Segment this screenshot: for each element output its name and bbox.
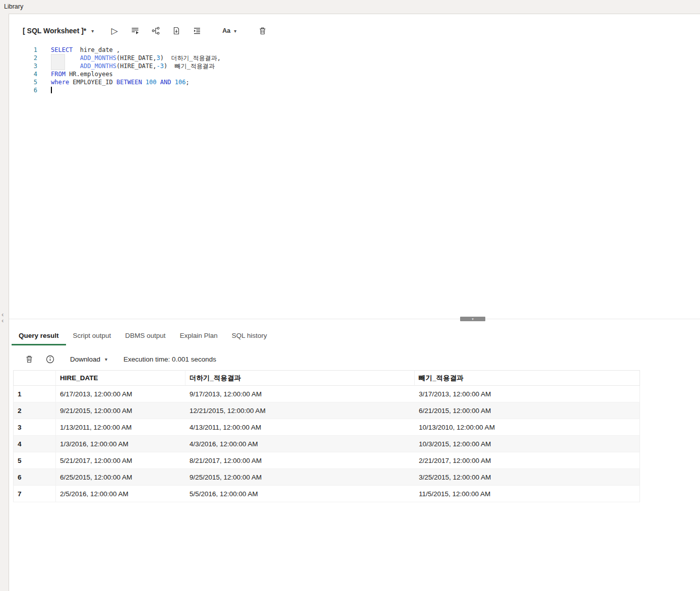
row-number-cell[interactable]: 1 [13,386,56,402]
library-label: Library [4,3,23,10]
run-script-button[interactable] [128,24,143,38]
line-number: 1 [9,46,37,54]
trash-icon [259,27,267,35]
code-line[interactable] [51,86,700,94]
code-line[interactable]: where EMPLOYEE_ID BETWEEN 100 AND 106; [51,78,700,86]
text-cursor [51,87,52,93]
data-cell[interactable]: 4/3/2016, 12:00:00 AM [185,436,415,452]
results-tabs: Query resultScript outputDBMS outputExpl… [9,327,700,345]
data-cell[interactable]: 5/5/2016, 12:00:00 AM [185,486,415,502]
column-header[interactable]: HIRE_DATE [56,370,185,386]
data-cell[interactable]: 6/21/2015, 12:00:00 AM [415,402,640,419]
data-cell[interactable]: 10/13/2010, 12:00:00 AM [415,419,640,436]
table-row[interactable]: 29/21/2015, 12:00:00 AM12/21/2015, 12:00… [13,402,640,419]
code-line[interactable]: ADD_MONTHS(HIRE_DATE,3) 더하기_적용결과, [51,54,700,62]
left-panel-splitter[interactable]: ‹ ‹ [0,14,9,591]
data-cell[interactable]: 1/13/2011, 12:00:00 AM [56,419,185,436]
text-size-icon: Aa [222,27,230,34]
line-number: 2 [9,54,37,62]
table-row[interactable]: 41/3/2016, 12:00:00 AM4/3/2016, 12:00:00… [13,436,640,452]
data-cell[interactable]: 11/5/2015, 12:00:00 AM [415,486,640,502]
worksheet-title: [ SQL Worksheet ]* [23,27,86,35]
table-row[interactable]: 31/13/2011, 12:00:00 AM4/13/2011, 12:00:… [13,419,640,436]
text-settings-button[interactable]: Aa ▾ [218,24,240,38]
row-number-cell[interactable]: 3 [13,419,56,436]
data-cell[interactable]: 2/21/2017, 12:00:00 AM [415,452,640,469]
line-number: 5 [9,78,37,86]
code-line[interactable]: ADD_MONTHS(HIRE_DATE,-3) 빼기_적용결과 [51,62,700,70]
data-cell[interactable]: 4/13/2011, 12:00:00 AM [185,419,415,436]
data-cell[interactable]: 6/25/2015, 12:00:00 AM [56,469,185,486]
explain-plan-icon [151,26,160,35]
chevron-down-icon: ▾ [234,28,236,34]
data-cell[interactable]: 3/25/2015, 12:00:00 AM [415,469,640,486]
left-splitter-handle[interactable]: ‹ ‹ [2,312,4,324]
tab-sql-history[interactable]: SQL history [225,327,274,345]
data-cell[interactable]: 6/17/2013, 12:00:00 AM [56,386,185,402]
info-button[interactable] [42,352,57,366]
splitter-handle[interactable]: ▾ [460,317,485,321]
table-row[interactable]: 66/25/2015, 12:00:00 AM9/25/2015, 12:00:… [13,469,640,486]
worksheet-toolbar: [ SQL Worksheet ]* ▾ ▷ [9,22,700,39]
result-grid-container: HIRE_DATE더하기_적용결과빼기_적용결과 16/17/2013, 12:… [13,370,640,502]
code-line[interactable]: SELECT hire_date , [51,46,700,54]
line-number: 6 [9,86,37,94]
tab-explain-plan[interactable]: Explain Plan [173,327,225,345]
data-cell[interactable]: 12/21/2015, 12:00:00 AM [185,402,415,419]
results-panel: Query resultScript outputDBMS outputExpl… [9,327,700,591]
line-number: 4 [9,70,37,78]
column-header[interactable]: 더하기_적용결과 [185,370,415,386]
row-number-cell[interactable]: 6 [13,469,56,486]
row-number-cell[interactable]: 2 [13,402,56,419]
explain-plan-button[interactable] [148,24,163,38]
trash-icon [25,355,33,364]
worksheet-title-menu[interactable]: [ SQL Worksheet ]* ▾ [23,27,94,35]
grid-body: 16/17/2013, 12:00:00 AM9/17/2013, 12:00:… [13,386,640,502]
document-download-icon [172,26,181,35]
data-cell[interactable]: 9/21/2015, 12:00:00 AM [56,402,185,419]
data-cell[interactable]: 3/17/2013, 12:00:00 AM [415,386,640,402]
table-row[interactable]: 16/17/2013, 12:00:00 AM9/17/2013, 12:00:… [13,386,640,402]
results-toolbar: Download ▾ Execution time: 0.001 seconds [9,351,700,367]
code-line[interactable]: FROM HR.employees [51,70,700,78]
splitter-line [9,319,700,319]
format-button[interactable] [189,24,205,38]
download-label: Download [70,356,100,363]
autotrace-button[interactable] [169,24,184,38]
corner-header[interactable] [13,370,56,386]
result-grid: HIRE_DATE더하기_적용결과빼기_적용결과 16/17/2013, 12:… [13,370,640,502]
data-cell[interactable]: 1/3/2016, 12:00:00 AM [56,436,185,452]
column-header[interactable]: 빼기_적용결과 [415,370,640,386]
sql-editor[interactable]: 123456 SELECT hire_date , ADD_MONTHS(HIR… [9,46,700,317]
row-number-cell[interactable]: 4 [13,436,56,452]
line-number: 3 [9,62,37,70]
info-icon [46,355,54,364]
run-script-icon [131,26,140,35]
execution-time: Execution time: 0.001 seconds [123,356,216,363]
clear-result-button[interactable] [22,352,37,366]
chevron-down-icon: ▾ [472,317,474,321]
data-cell[interactable]: 2/5/2016, 12:00:00 AM [56,486,185,502]
row-number-cell[interactable]: 5 [13,452,56,469]
data-cell[interactable]: 9/17/2013, 12:00:00 AM [185,386,415,402]
run-icon: ▷ [111,27,118,35]
data-cell[interactable]: 10/3/2015, 12:00:00 AM [415,436,640,452]
editor-lines[interactable]: SELECT hire_date , ADD_MONTHS(HIRE_DATE,… [51,46,700,94]
tab-dbms-output[interactable]: DBMS output [118,327,172,345]
data-cell[interactable]: 5/21/2017, 12:00:00 AM [56,452,185,469]
editor-gutter: 123456 [9,46,37,94]
run-button[interactable]: ▷ [107,24,122,38]
chevron-down-icon: ▾ [105,357,107,362]
data-cell[interactable]: 9/25/2015, 12:00:00 AM [185,469,415,486]
format-lines-icon [193,26,202,35]
clear-worksheet-button[interactable] [255,24,270,38]
download-menu[interactable]: Download ▾ [70,356,107,363]
row-number-cell[interactable]: 7 [13,486,56,502]
tab-query-result[interactable]: Query result [12,327,66,345]
data-cell[interactable]: 8/21/2017, 12:00:00 AM [185,452,415,469]
table-row[interactable]: 72/5/2016, 12:00:00 AM5/5/2016, 12:00:00… [13,486,640,502]
tab-script-output[interactable]: Script output [66,327,118,345]
chevron-down-icon: ▾ [91,28,94,34]
grid-header-row: HIRE_DATE더하기_적용결과빼기_적용결과 [13,370,640,386]
table-row[interactable]: 55/21/2017, 12:00:00 AM8/21/2017, 12:00:… [13,452,640,469]
